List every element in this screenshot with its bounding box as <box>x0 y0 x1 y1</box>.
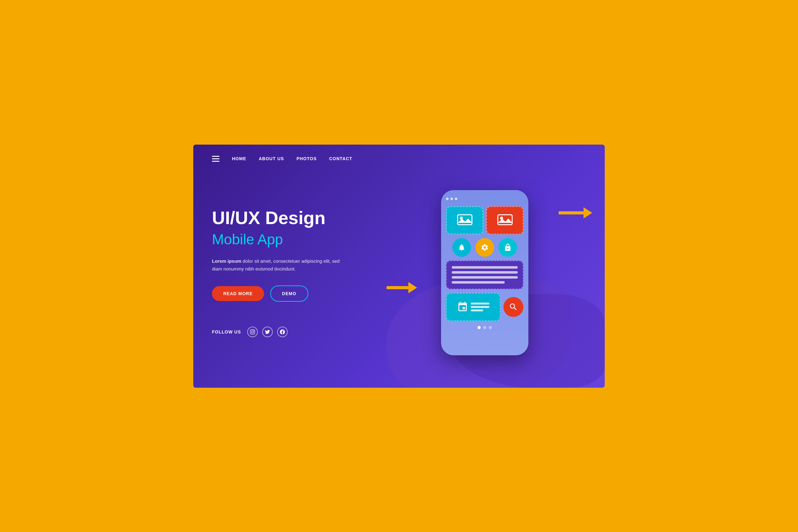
search-icon <box>509 302 518 312</box>
app-image-row <box>446 206 524 234</box>
hero-right <box>383 179 586 366</box>
hamburger-menu[interactable] <box>212 156 220 162</box>
nav-dot-2[interactable] <box>483 326 486 329</box>
text-line-2 <box>452 271 518 274</box>
demo-button[interactable]: DEMO <box>270 285 308 302</box>
read-more-button[interactable]: READ MORE <box>212 286 264 301</box>
instagram-icon[interactable] <box>247 327 258 337</box>
hero-title-main: UI/UX Design <box>212 208 383 228</box>
facebook-icon[interactable] <box>277 327 288 337</box>
phone-dot-1 <box>446 197 449 200</box>
bell-icon <box>458 243 466 251</box>
hero-description: Lorem ipsum dolor sit amet, consectetuer… <box>212 257 343 273</box>
phone-dot-2 <box>451 197 453 200</box>
calendar-card[interactable] <box>446 293 500 321</box>
nav-home[interactable]: HOME <box>232 156 246 161</box>
svg-rect-0 <box>458 215 472 225</box>
nav-dot-3[interactable] <box>489 326 492 329</box>
text-line-3 <box>452 276 518 279</box>
main-content: UI/UX Design Mobile App Lorem ipsum dolo… <box>193 173 605 385</box>
lock-button[interactable] <box>498 238 517 257</box>
arrow-left <box>386 282 417 293</box>
nav-contact[interactable]: CONTACT <box>329 156 352 161</box>
nav-dot-1[interactable] <box>478 326 481 329</box>
nav-about[interactable]: ABOUT US <box>259 156 284 161</box>
nav-photos[interactable]: PHOTOS <box>297 156 317 161</box>
page-container: HOME ABOUT US PHOTOS CONTACT UI/UX Desig… <box>193 145 605 388</box>
cal-line-2 <box>471 306 489 308</box>
social-icons-group <box>247 327 288 337</box>
svg-rect-2 <box>498 215 512 225</box>
phone-status-dots <box>446 196 524 203</box>
follow-label: FOLLOW US <box>212 329 241 335</box>
calendar-icon <box>457 301 468 312</box>
svg-point-3 <box>500 216 503 220</box>
svg-point-1 <box>460 216 463 220</box>
search-button[interactable] <box>504 297 524 317</box>
hero-desc-bold: Lorem ipsum <box>212 258 241 264</box>
hero-left: UI/UX Design Mobile App Lorem ipsum dolo… <box>212 208 383 337</box>
gear-icon <box>481 243 489 251</box>
calendar-list <box>471 303 489 311</box>
bell-button[interactable] <box>452 238 471 257</box>
app-bottom-row <box>446 293 524 321</box>
text-line-4 <box>452 281 505 284</box>
twitter-icon[interactable] <box>262 327 273 337</box>
gear-button[interactable] <box>475 238 494 257</box>
app-circle-row <box>446 238 524 257</box>
arrow-right <box>558 207 592 218</box>
app-card-image-cyan[interactable] <box>446 206 483 234</box>
phone-nav-dots <box>446 325 524 330</box>
button-group: READ MORE DEMO <box>212 285 383 302</box>
follow-section: FOLLOW US <box>212 327 383 337</box>
hero-title-sub: Mobile App <box>212 231 383 248</box>
app-card-image-red[interactable] <box>486 206 524 234</box>
text-line-1 <box>452 266 518 269</box>
text-lines-card <box>446 261 524 289</box>
phone-mockup <box>441 190 528 355</box>
cal-line-1 <box>471 303 489 304</box>
image-placeholder-icon-1 <box>457 214 473 227</box>
cal-line-3 <box>471 309 483 311</box>
phone-dot-3 <box>455 197 457 200</box>
image-placeholder-icon-2 <box>497 214 513 227</box>
lock-icon <box>504 243 512 251</box>
navbar: HOME ABOUT US PHOTOS CONTACT <box>193 145 605 173</box>
